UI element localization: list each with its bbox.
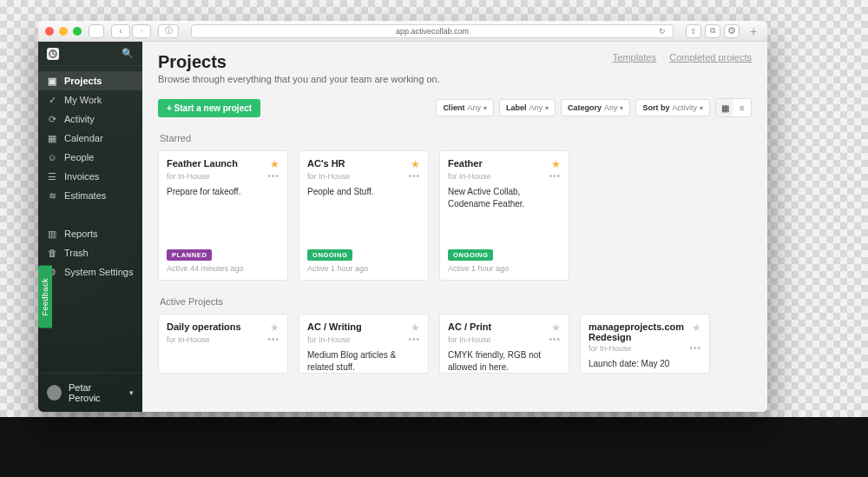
user-name: Petar Perovic <box>69 382 122 403</box>
chevron-down-icon: ▾ <box>620 104 623 112</box>
sidebar-item-reports[interactable]: ▥Reports <box>38 224 142 243</box>
sidebar-item-people[interactable]: ☺People <box>38 148 142 167</box>
active-cards: Daily operations ★ for In-House ••• AC /… <box>158 314 752 374</box>
project-activity: Active 1 hour ago <box>448 264 561 273</box>
more-icon[interactable]: ••• <box>267 171 279 181</box>
sidebar-item-label: Invoices <box>64 171 99 182</box>
chevron-down-icon: ▾ <box>483 104 487 112</box>
project-activity: Active 44 minutes ago <box>167 264 279 273</box>
sidebar-item-activity[interactable]: ⟳Activity <box>38 109 142 129</box>
sidebar-item-estimates[interactable]: ≋Estimates <box>38 186 142 205</box>
star-icon[interactable]: ★ <box>270 158 279 170</box>
project-card[interactable]: Daily operations ★ for In-House ••• <box>158 314 288 374</box>
star-icon[interactable]: ★ <box>692 321 701 334</box>
sidebar-item-label: Reports <box>64 229 98 239</box>
list-view-button[interactable]: ≡ <box>733 99 751 116</box>
project-card[interactable]: Feather ★ for In-House ••• New Active Co… <box>439 150 569 281</box>
current-user[interactable]: Petar Perovic ▾ <box>38 373 142 412</box>
sidebar-item-label: People <box>64 152 94 162</box>
sidebar-item-system-settings[interactable]: ⚙System Settings <box>38 262 142 282</box>
project-title: Daily operations <box>167 321 270 332</box>
project-card[interactable]: Feather Launch ★ for In-House ••• Prepar… <box>158 150 288 281</box>
sidebar-item-calendar[interactable]: ▦Calendar <box>38 129 142 148</box>
sidebar-item-label: Estimates <box>64 190 106 201</box>
view-toggle: ▦ ≡ <box>715 98 752 117</box>
project-client: for In-House <box>448 172 491 181</box>
settings-button[interactable]: ⚙ <box>724 24 740 38</box>
project-description: New Active Collab, Codename Feather. <box>440 181 569 209</box>
window-titlebar: ‹ › ⓘ app.activecollab.com ↻ ⇪ ⧉ ⚙ + <box>38 21 767 42</box>
filter-client[interactable]: ClientAny▾ <box>436 99 494 116</box>
feedback-tab[interactable]: Feedback <box>38 266 52 328</box>
project-card[interactable]: AC / Writing ★ for In-House ••• Medium B… <box>299 314 429 374</box>
star-icon[interactable]: ★ <box>411 158 420 170</box>
nav-back-button[interactable]: ‹ <box>111 24 130 38</box>
sort-control[interactable]: Sort byActivity▾ <box>635 99 710 116</box>
address-bar[interactable]: app.activecollab.com ↻ <box>191 24 674 38</box>
project-title: Feather <box>448 158 551 169</box>
minimize-window-button[interactable] <box>59 27 68 36</box>
sidebar-item-my-work[interactable]: ✓My Work <box>38 90 142 109</box>
completed-projects-link[interactable]: Completed projects <box>669 52 752 63</box>
filter-category[interactable]: CategoryAny▾ <box>561 99 631 116</box>
project-client: for In-House <box>448 335 491 344</box>
project-card[interactable]: AC's HR ★ for In-House ••• People and St… <box>299 150 429 281</box>
more-icon[interactable]: ••• <box>408 171 420 181</box>
sidebar-item-label: Projects <box>64 76 102 86</box>
sidebar-toggle-button[interactable] <box>89 24 104 38</box>
sidebar-item-label: System Settings <box>64 267 133 277</box>
more-icon[interactable]: ••• <box>549 171 561 181</box>
new-tab-button[interactable]: + <box>746 24 760 38</box>
starred-section-title: Starred <box>160 133 752 143</box>
project-client: for In-House <box>307 172 351 181</box>
filter-label[interactable]: LabelAny▾ <box>499 99 556 116</box>
star-icon[interactable]: ★ <box>551 158 561 170</box>
starred-cards: Feather Launch ★ for In-House ••• Prepar… <box>158 150 752 281</box>
star-icon[interactable]: ★ <box>411 321 420 334</box>
project-title: manageprojects.com Redesign <box>589 321 692 342</box>
more-icon[interactable]: ••• <box>689 343 701 353</box>
project-description: Prepare for takeoff. <box>159 181 287 198</box>
project-description: People and Stuff. <box>299 181 428 198</box>
star-icon[interactable]: ★ <box>270 321 279 334</box>
more-icon[interactable]: ••• <box>549 335 561 344</box>
tabs-button[interactable]: ⧉ <box>705 24 720 38</box>
chevron-down-icon: ▾ <box>545 104 549 112</box>
nav-forward-button[interactable]: › <box>132 24 151 38</box>
search-icon[interactable]: 🔍 <box>122 48 134 59</box>
star-icon[interactable]: ★ <box>551 321 561 334</box>
sidebar-item-projects[interactable]: ▣Projects <box>38 71 142 90</box>
project-card[interactable]: AC / Print ★ for In-House ••• CMYK frien… <box>439 314 569 374</box>
calendar-icon: ▦ <box>47 133 57 143</box>
status-badge: ONGOING <box>307 249 352 261</box>
sidebar-item-label: Activity <box>64 114 95 124</box>
share-button[interactable]: ⇪ <box>686 24 701 38</box>
app-logo[interactable] <box>47 48 59 60</box>
address-url: app.activecollab.com <box>396 27 469 36</box>
more-icon[interactable]: ••• <box>408 335 420 344</box>
more-icon[interactable]: ••• <box>267 335 279 344</box>
sidebar-item-invoices[interactable]: ☰Invoices <box>38 167 142 186</box>
chevron-down-icon: ▾ <box>700 104 703 112</box>
main-content: Projects Browse through everything that … <box>142 42 767 412</box>
maximize-window-button[interactable] <box>73 27 82 36</box>
reader-button[interactable]: ⓘ <box>158 24 179 38</box>
app-sidebar: 🔍 ▣Projects ✓My Work ⟳Activity ▦Calendar… <box>38 42 142 412</box>
status-badge: PLANNED <box>167 249 212 261</box>
people-icon: ☺ <box>47 152 57 162</box>
status-badge: ONGOING <box>448 249 493 261</box>
grid-view-button[interactable]: ▦ <box>716 99 733 116</box>
avatar <box>47 385 62 401</box>
sidebar-item-label: My Work <box>64 95 102 105</box>
new-project-button[interactable]: + Start a new project <box>158 99 260 117</box>
project-activity: Active 1 hour ago <box>307 264 420 273</box>
reload-icon[interactable]: ↻ <box>659 27 666 36</box>
invoices-icon: ☰ <box>47 171 57 182</box>
sidebar-item-trash[interactable]: 🗑Trash <box>38 243 142 262</box>
page-title: Projects <box>158 52 440 72</box>
project-card[interactable]: manageprojects.com Redesign ★ for In-Hou… <box>580 314 710 374</box>
templates-link[interactable]: Templates <box>613 52 656 63</box>
project-title: Feather Launch <box>167 158 270 169</box>
close-window-button[interactable] <box>45 27 54 36</box>
project-description: Medium Blog articles & related stuff. <box>299 344 428 373</box>
